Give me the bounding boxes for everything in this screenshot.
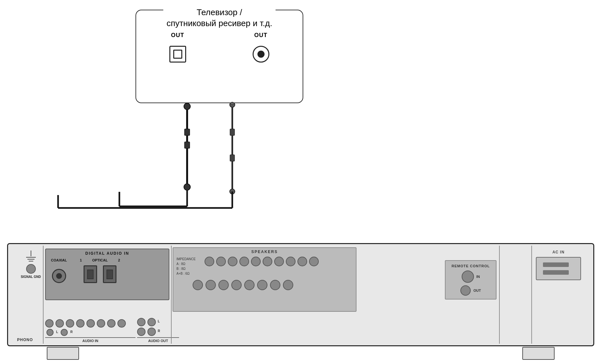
digital-audio-in-section: DIGITAL AUDIO IN COAXIAL 1 OPTICAL 2: [45, 249, 169, 300]
audio-in-label: AUDIO IN: [45, 337, 135, 343]
ac-in-port: [536, 257, 581, 280]
sp2-post-5: [244, 280, 255, 290]
r-knob: [61, 329, 68, 336]
out-l-label: L: [158, 318, 164, 326]
optical-numbers-row: 1 OPTICAL 2: [80, 258, 120, 262]
remote-label: REMOTE CONTROL: [449, 264, 493, 268]
knob-5: [86, 319, 95, 328]
ac-slot-2: [543, 270, 569, 275]
tv-connectors: [136, 39, 303, 63]
audio-in-knobs: [45, 319, 135, 328]
knob-3: [66, 319, 74, 328]
out-knob-2: [147, 318, 156, 326]
ground-symbol: [17, 251, 45, 262]
svg-rect-8: [230, 155, 235, 161]
speakers-label: SPEAKERS: [173, 248, 356, 254]
sp-post-4: [239, 257, 249, 266]
sp-post-6: [263, 257, 272, 266]
sp-post-5: [251, 257, 261, 266]
phono-label: PHONO: [17, 338, 33, 342]
optical-jack-1-inner: [87, 270, 94, 279]
sp2-post-2: [206, 280, 216, 290]
svg-point-2: [184, 184, 190, 190]
amp-foot-left: [47, 347, 79, 360]
remote-out-label: OUT: [473, 289, 481, 292]
tv-title: Телевизор / спутниковый ресивер и т.д.: [163, 7, 276, 29]
lr-labels: L R: [46, 329, 135, 336]
sp-post-1: [205, 257, 214, 266]
sp2-post-4: [231, 280, 242, 290]
svg-point-0: [184, 103, 190, 110]
coaxial-cable: [230, 102, 235, 194]
audio-out-knobs: L: [137, 318, 179, 326]
optical-label-center: OPTICAL: [92, 258, 108, 262]
signal-gnd-label: SIGNAL GND: [17, 275, 45, 279]
coaxial-input: COAXIAL: [51, 258, 67, 283]
amplifier-body: SIGNAL GND PHONO DIGITAL AUDIO IN COAXIA…: [7, 243, 594, 346]
remote-out-row: OUT: [460, 285, 481, 296]
tv-optical-port-inner: [173, 50, 182, 59]
audio-out-label: AUDIO OUT: [137, 337, 179, 343]
ground-line-1: [26, 257, 36, 258]
audio-out-section: L R AUDIO OUT: [137, 318, 179, 343]
sp-post-8: [286, 257, 296, 266]
knob-1: [45, 319, 54, 328]
sp2-post-7: [270, 280, 280, 290]
signal-gnd-section: SIGNAL GND: [17, 251, 45, 279]
svg-rect-11: [185, 129, 190, 135]
l-label: L: [56, 329, 58, 336]
optical-jacks-row: [84, 265, 116, 283]
ac-in-section: AC IN: [536, 250, 581, 280]
coaxial-input-jack: [52, 269, 66, 283]
ground-post-line: [31, 251, 31, 256]
sp2-post-8: [283, 280, 293, 290]
divider-1: [43, 246, 44, 344]
ac-slot-1: [543, 262, 569, 267]
remote-out-jack: [460, 285, 471, 296]
main-diagram: Телевизор / спутниковый ресивер и т.д. O…: [0, 0, 602, 364]
coaxial-input-jack-center: [56, 273, 62, 279]
ground-line-2: [27, 259, 35, 260]
knob-4: [76, 319, 85, 328]
optical-jack-2-inner: [106, 270, 113, 279]
knob-6: [97, 319, 105, 328]
divider-2: [171, 246, 172, 344]
ac-in-label: AC IN: [536, 250, 581, 254]
out-r-label: R: [158, 328, 164, 336]
dai-inner: COAXIAL 1 OPTICAL 2: [48, 258, 167, 283]
svg-rect-6: [230, 129, 235, 135]
speakers-content: IMPEDANCE A : 8Ω B : 8Ω A+B : 6Ω: [173, 254, 356, 279]
sp2-post-1: [193, 280, 203, 290]
out-knob-3: [137, 328, 145, 336]
tv-coaxial-port: [253, 46, 269, 63]
svg-rect-12: [185, 142, 190, 148]
tv-coaxial-port-inner: [257, 51, 265, 58]
coaxial-input-label: COAXIAL: [51, 258, 67, 262]
remote-in-jack: [462, 271, 474, 283]
remote-in-row: IN: [462, 271, 480, 283]
tv-device-box: Телевизор / спутниковый ресивер и т.д. O…: [135, 10, 303, 103]
optical-jack-1: [84, 265, 97, 283]
remote-jacks: IN OUT: [449, 271, 493, 296]
out-knob-4: [147, 328, 156, 336]
audio-in-section: L R AUDIO IN: [45, 319, 135, 343]
sp-post-3: [228, 257, 237, 266]
r-label: R: [70, 329, 73, 336]
knob-8: [117, 319, 126, 328]
divider-4: [531, 246, 532, 344]
sp-post-2: [216, 257, 226, 266]
optical-jack-2: [103, 265, 116, 283]
amp-foot-right: [522, 347, 555, 360]
remote-in-label: IN: [477, 275, 480, 279]
l-knob: [46, 329, 54, 336]
optical-inputs: 1 OPTICAL 2: [80, 258, 120, 283]
tv-optical-port: [169, 46, 186, 63]
speaker-binding-posts: [205, 257, 319, 266]
optical-cable-middle-connector: [185, 129, 190, 148]
optical-cable-top-plug: [184, 103, 190, 190]
sp2-post-6: [257, 280, 267, 290]
sp-post-9: [297, 257, 307, 266]
speakers-section: SPEAKERS IMPEDANCE A : 8Ω B : 8Ω A+B : 6…: [173, 247, 356, 312]
knob-7: [107, 319, 115, 328]
impedance-info: IMPEDANCE A : 8Ω B : 8Ω A+B : 6Ω: [176, 257, 196, 276]
